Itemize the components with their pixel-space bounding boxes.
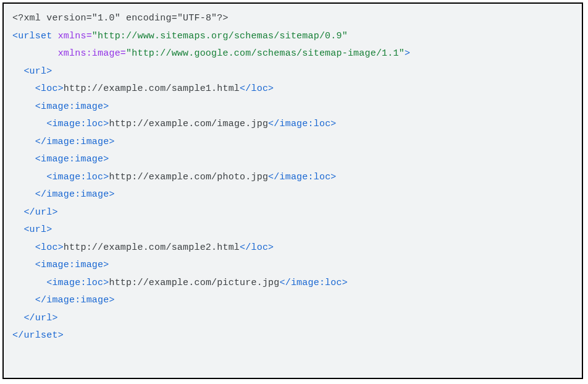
pi-attr1-val: "1.0" <box>92 13 120 23</box>
code-line-4: <url> <box>12 63 573 81</box>
code-line-3: xmlns:image="http://www.google.com/schem… <box>12 45 573 63</box>
code-line-10: <image:loc>http://example.com/photo.jpg<… <box>12 169 573 187</box>
pi-attr2-val: "UTF-8" <box>177 13 217 23</box>
attr-xmlns-image-val: "http://www.google.com/schemas/sitemap-i… <box>126 48 405 59</box>
tag-url: url <box>30 66 47 77</box>
tag-image-image: image:image <box>41 101 103 112</box>
code-line-5: <loc>http://example.com/sample1.html</lo… <box>12 80 573 98</box>
code-line-12: </url> <box>12 204 573 222</box>
code-line-17: </image:image> <box>12 292 573 310</box>
image-loc-text-2: http://example.com/photo.jpg <box>109 172 268 182</box>
pi-attr1-name: version <box>46 13 86 23</box>
pi-close: ?> <box>217 13 228 23</box>
code-line-19: </urlset> <box>12 327 573 345</box>
tag-image-loc: image:loc <box>52 119 103 129</box>
image-loc-text-3: http://example.com/picture.jpg <box>109 278 279 288</box>
code-line-2: <urlset xmlns="http://www.sitemaps.org/s… <box>12 28 573 46</box>
tag-urlset: urlset <box>18 31 52 41</box>
xml-code-block: <?xml version="1.0" encoding="UTF-8"?><u… <box>2 2 583 379</box>
code-line-6: <image:image> <box>12 98 573 116</box>
pi-open: <? <box>12 13 23 23</box>
image-loc-text-1: http://example.com/image.jpg <box>109 119 268 129</box>
loc-text-1: http://example.com/sample1.html <box>64 83 240 94</box>
loc-text-2: http://example.com/sample2.html <box>64 242 240 253</box>
code-line-15: <image:image> <box>12 257 573 275</box>
pi-attr2-name: encoding <box>126 13 172 23</box>
tag-loc: loc <box>41 83 58 94</box>
code-line-9: <image:image> <box>12 151 573 169</box>
code-line-13: <url> <box>12 221 573 239</box>
pi-name: xml <box>23 13 41 23</box>
code-line-8: </image:image> <box>12 134 573 151</box>
attr-xmlns: xmlns <box>58 31 86 41</box>
code-line-1: <?xml version="1.0" encoding="UTF-8"?> <box>12 10 573 28</box>
attr-xmlns-val: "http://www.sitemaps.org/schemas/sitemap… <box>92 31 348 41</box>
attr-xmlns-image: xmlns:image <box>58 48 120 59</box>
code-line-16: <image:loc>http://example.com/picture.jp… <box>12 275 573 292</box>
code-line-18: </url> <box>12 310 573 328</box>
code-line-7: <image:loc>http://example.com/image.jpg<… <box>12 116 573 134</box>
code-line-14: <loc>http://example.com/sample2.html</lo… <box>12 239 573 257</box>
code-line-11: </image:image> <box>12 186 573 204</box>
